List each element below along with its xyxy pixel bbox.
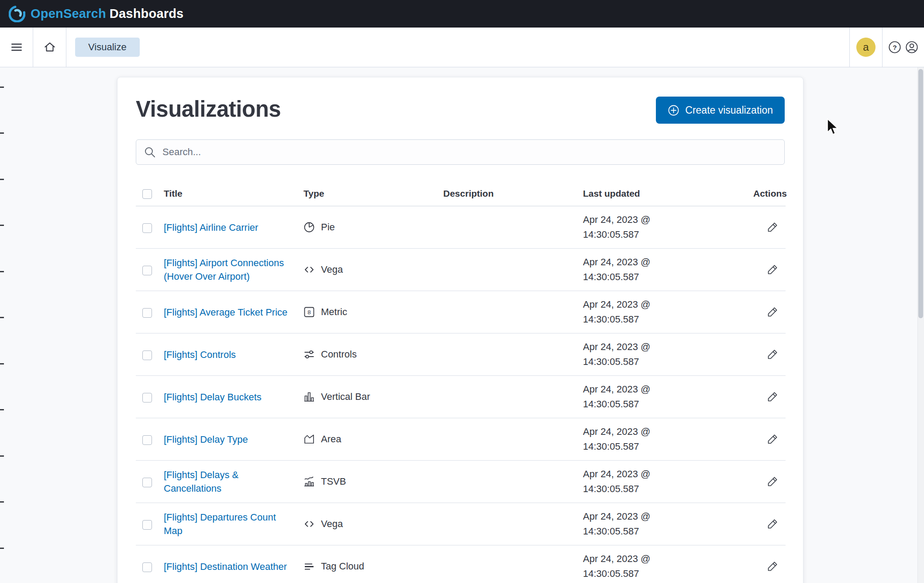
description-cell	[438, 418, 578, 461]
description-cell	[438, 376, 578, 418]
page-scrollbar-track[interactable]	[917, 67, 924, 583]
row-checkbox[interactable]	[142, 308, 152, 318]
table-row: [Flights] Delay TypeAreaApr 24, 2023 @ 1…	[136, 418, 786, 461]
last-updated: Apr 24, 2023 @ 14:30:05.587	[583, 509, 664, 539]
table-row: [Flights] Destination WeatherTag CloudAp…	[136, 545, 786, 583]
vega-code-icon	[303, 518, 315, 530]
account-icon	[905, 41, 918, 54]
plus-circle-icon	[668, 104, 679, 116]
visualization-title-link[interactable]: [Flights] Airport Connections (Hover Ove…	[164, 256, 293, 283]
pencil-icon	[767, 433, 779, 445]
pencil-icon	[767, 475, 779, 487]
page-title: Visualizations	[136, 97, 281, 122]
edge-tick	[0, 132, 4, 134]
edit-button[interactable]	[765, 347, 780, 362]
edit-button[interactable]	[765, 474, 780, 489]
type-label: TSVB	[321, 476, 346, 487]
search-input[interactable]	[162, 146, 777, 158]
create-visualization-button[interactable]: Create visualization	[656, 97, 785, 124]
edit-button[interactable]	[765, 219, 780, 235]
svg-text:8: 8	[307, 309, 311, 316]
menu-button[interactable]	[0, 28, 33, 67]
pencil-icon	[767, 264, 779, 275]
breadcrumb-visualize[interactable]: Visualize	[75, 38, 140, 57]
edge-tick	[0, 455, 4, 457]
brand-product: Dashboards	[110, 7, 184, 21]
row-checkbox[interactable]	[142, 562, 152, 572]
visualization-title-link[interactable]: [Flights] Departures Count Map	[164, 510, 293, 538]
edge-tick	[0, 501, 4, 503]
visualization-title-link[interactable]: [Flights] Destination Weather	[164, 560, 287, 573]
page-scrollbar-thumb[interactable]	[918, 69, 923, 318]
table-row: [Flights] Average Ticket Price8MetricApr…	[136, 291, 786, 333]
row-checkbox[interactable]	[142, 520, 152, 530]
type-label: Tag Cloud	[321, 561, 364, 572]
row-checkbox[interactable]	[142, 350, 152, 360]
global-header: OpenSearchDashboards	[0, 0, 924, 28]
row-checkbox[interactable]	[142, 478, 152, 487]
opensearch-swirl-icon	[9, 6, 25, 22]
table-row: [Flights] Airline CarrierPieApr 24, 2023…	[136, 206, 786, 249]
table-header-row: Title Type Description Last updated Acti…	[136, 183, 786, 206]
visualization-title-link[interactable]: [Flights] Delay Buckets	[164, 390, 262, 404]
column-header-last-updated[interactable]: Last updated	[578, 183, 748, 206]
type-label: Area	[321, 434, 341, 445]
user-avatar[interactable]: a	[856, 38, 876, 57]
tsvb-icon	[303, 476, 315, 487]
visualization-title-link[interactable]: [Flights] Controls	[164, 348, 236, 361]
pencil-icon	[767, 348, 779, 360]
svg-text:?: ?	[893, 44, 896, 51]
create-visualization-label: Create visualization	[685, 104, 773, 116]
tag-cloud-icon	[303, 561, 315, 572]
opensearch-logo[interactable]: OpenSearchDashboards	[9, 6, 183, 22]
last-updated: Apr 24, 2023 @ 14:30:05.587	[583, 424, 664, 454]
pencil-icon	[767, 518, 779, 530]
edit-button[interactable]	[765, 431, 780, 447]
vertical-bar-icon	[303, 391, 315, 403]
column-header-description[interactable]: Description	[438, 183, 578, 206]
search-icon	[144, 146, 156, 158]
edge-tick	[0, 548, 4, 549]
column-header-title[interactable]: Title	[159, 183, 298, 206]
edit-button[interactable]	[765, 389, 780, 404]
search-bar	[136, 139, 785, 165]
visualizations-table: Title Type Description Last updated Acti…	[136, 183, 786, 583]
edge-tick	[0, 179, 4, 180]
row-checkbox[interactable]	[142, 223, 152, 233]
last-updated: Apr 24, 2023 @ 14:30:05.587	[583, 382, 664, 412]
last-updated: Apr 24, 2023 @ 14:30:05.587	[583, 297, 664, 327]
column-header-actions: Actions	[748, 183, 786, 206]
row-checkbox[interactable]	[142, 393, 152, 403]
visualization-title-link[interactable]: [Flights] Delay Type	[164, 433, 248, 446]
edge-tick	[0, 225, 4, 226]
edge-tick	[0, 363, 4, 364]
row-checkbox[interactable]	[142, 435, 152, 445]
column-header-type[interactable]: Type	[298, 183, 438, 206]
description-cell	[438, 249, 578, 291]
vega-code-icon	[303, 264, 315, 275]
description-cell	[438, 461, 578, 503]
edit-button[interactable]	[765, 559, 780, 574]
brand-name: OpenSearch	[31, 7, 106, 21]
last-updated: Apr 24, 2023 @ 14:30:05.587	[583, 212, 664, 242]
select-all-checkbox[interactable]	[142, 189, 152, 199]
edit-button[interactable]	[765, 516, 780, 531]
account-button[interactable]	[905, 41, 918, 54]
type-label: Vertical Bar	[321, 391, 370, 403]
edit-button[interactable]	[765, 304, 780, 319]
nav-toolbar: Visualize a ?	[0, 28, 924, 67]
main-content: Visualizations Create visualization Titl…	[0, 67, 924, 583]
last-updated: Apr 24, 2023 @ 14:30:05.587	[583, 467, 664, 496]
table-row: [Flights] Delay BucketsVertical BarApr 2…	[136, 376, 786, 418]
visualization-title-link[interactable]: [Flights] Airline Carrier	[164, 221, 258, 234]
menu-icon	[10, 41, 23, 54]
visualization-title-link[interactable]: [Flights] Average Ticket Price	[164, 305, 287, 319]
pencil-icon	[767, 391, 779, 403]
help-button[interactable]: ?	[888, 41, 901, 54]
visualization-title-link[interactable]: [Flights] Delays & Cancellations	[164, 468, 293, 495]
home-button[interactable]	[33, 28, 66, 67]
row-checkbox[interactable]	[142, 266, 152, 275]
edit-button[interactable]	[765, 262, 780, 277]
pencil-icon	[767, 221, 779, 233]
pencil-icon	[767, 306, 779, 318]
